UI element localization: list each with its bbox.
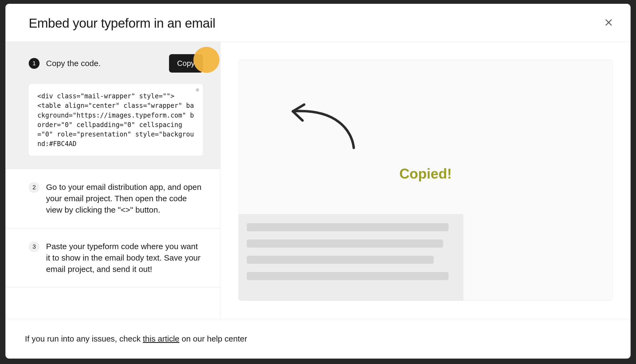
placeholder-line xyxy=(247,223,449,231)
modal-body: 1 Copy the code. Copy <div class="mail-w… xyxy=(5,41,631,319)
step-2-text: Go to your email distribution app, and o… xyxy=(46,181,203,216)
code-panel[interactable]: <div class="mail-wrapper" style=""> <tab… xyxy=(29,84,203,156)
placeholder-line xyxy=(247,272,449,280)
footer-suffix: on our help center xyxy=(179,334,247,343)
steps-column: 1 Copy the code. Copy <div class="mail-w… xyxy=(5,42,220,319)
placeholder-line xyxy=(247,239,443,248)
step-1-label: Copy the code. xyxy=(46,58,163,69)
step-badge-1: 1 xyxy=(29,58,40,69)
close-button[interactable] xyxy=(602,16,615,31)
scrollbar-thumb[interactable] xyxy=(196,88,199,92)
embed-email-modal: Embed your typeform in an email 1 Copy t… xyxy=(5,4,631,359)
modal-header: Embed your typeform in an email xyxy=(5,4,631,41)
step-badge-2: 2 xyxy=(29,182,40,193)
modal-footer: If you run into any issues, check this a… xyxy=(5,319,631,359)
copy-code-button[interactable]: Copy xyxy=(169,54,203,73)
code-content: <div class="mail-wrapper" style=""> <tab… xyxy=(37,92,195,149)
step-3-text: Paste your typeform code where you want … xyxy=(46,241,203,275)
help-article-link[interactable]: this article xyxy=(143,334,179,343)
arrow-illustration xyxy=(287,100,358,149)
step-badge-3: 3 xyxy=(29,241,40,252)
preview-column: Copied! xyxy=(220,42,631,319)
close-icon xyxy=(604,17,613,29)
modal-title: Embed your typeform in an email xyxy=(29,16,215,31)
footer-prefix: If you run into any issues, check xyxy=(25,334,143,343)
email-body-placeholder xyxy=(239,214,463,301)
placeholder-line xyxy=(247,256,434,264)
copied-toast: Copied! xyxy=(239,165,612,182)
preview-card: Copied! xyxy=(238,60,613,301)
step-3: 3 Paste your typeform code where you wan… xyxy=(5,228,220,288)
step-2: 2 Go to your email distribution app, and… xyxy=(5,169,220,228)
step-1: 1 Copy the code. Copy <div class="mail-w… xyxy=(5,42,220,169)
